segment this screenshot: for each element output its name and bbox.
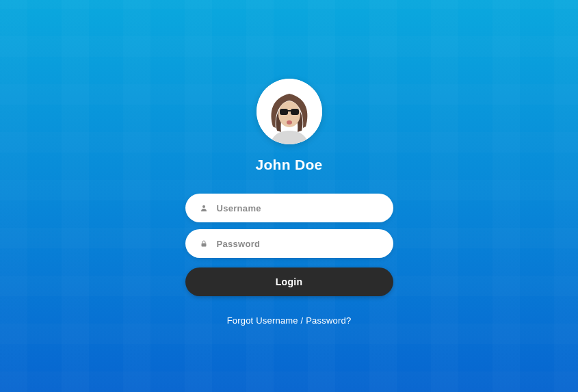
login-form: Login Forgot Username / Password?: [185, 194, 393, 326]
login-container: John Doe Login Forgot Username / Passwor…: [185, 79, 393, 326]
lock-icon: [199, 239, 209, 248]
username-input[interactable]: [217, 203, 380, 213]
password-input[interactable]: [217, 239, 380, 249]
svg-rect-2: [280, 109, 288, 115]
svg-rect-7: [201, 244, 206, 247]
avatar-image: [257, 79, 322, 144]
svg-rect-4: [287, 110, 291, 112]
login-button[interactable]: Login: [185, 267, 393, 296]
forgot-credentials-link[interactable]: Forgot Username / Password?: [227, 315, 352, 326]
svg-point-5: [287, 120, 292, 125]
username-field-wrap[interactable]: [185, 194, 393, 222]
user-display-name: John Doe: [255, 157, 322, 173]
user-icon: [199, 203, 209, 213]
avatar: [257, 79, 322, 144]
password-field-wrap[interactable]: [185, 229, 393, 258]
svg-point-6: [202, 205, 205, 208]
svg-rect-3: [291, 109, 299, 115]
